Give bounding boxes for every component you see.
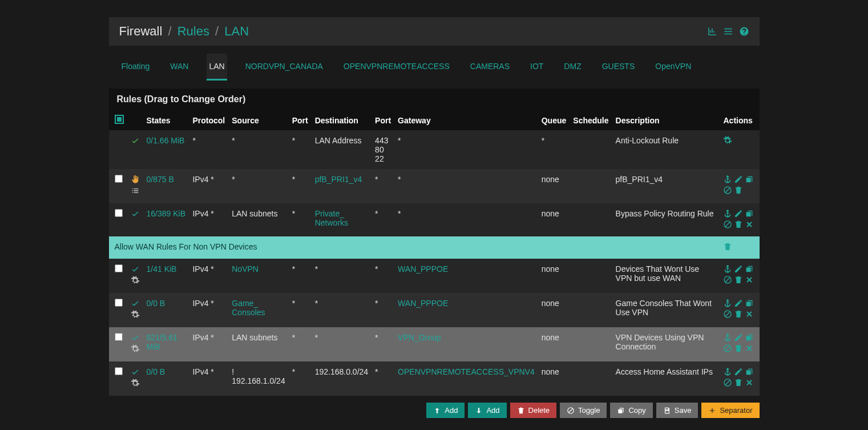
gateway-link[interactable]: WAN_PPPOE: [398, 299, 448, 308]
gateway-link[interactable]: WAN_PPPOE: [398, 264, 448, 274]
gateway-link[interactable]: VPN_Group: [398, 333, 441, 342]
delete-icon[interactable]: [723, 242, 732, 251]
disable-icon[interactable]: [723, 310, 732, 319]
row-checkbox[interactable]: [115, 264, 123, 272]
ban-icon: [567, 407, 575, 415]
delete-icon[interactable]: [734, 220, 743, 229]
help-icon[interactable]: [739, 26, 749, 37]
row-checkbox[interactable]: [115, 175, 123, 183]
rule-description: Devices That Wont Use VPN but use WAN: [612, 259, 720, 293]
copy-icon[interactable]: [745, 299, 754, 308]
close-icon[interactable]: [745, 378, 754, 387]
delete-icon[interactable]: [734, 186, 743, 195]
select-all-checkbox[interactable]: [115, 115, 124, 124]
disable-icon[interactable]: [723, 378, 732, 387]
gateway-link[interactable]: OPENVPNREMOTEACCESS_VPNV4: [398, 367, 535, 376]
table-row[interactable]: 0/0 BIPv4 *Game_Consoles***WAN_PPPOEnone…: [109, 293, 760, 327]
edit-icon[interactable]: [734, 209, 743, 218]
delete-button[interactable]: Delete: [510, 403, 557, 418]
tab-openvpnremoteaccess[interactable]: OPENVPNREMOTEACCESS: [341, 54, 452, 81]
states-link[interactable]: 0/1.66 MiB: [147, 136, 185, 145]
copy-icon[interactable]: [745, 175, 754, 184]
copy-icon[interactable]: [745, 264, 754, 274]
table-row[interactable]: 1/41 KiBIPv4 *NoVPN***WAN_PPPOEnoneDevic…: [109, 259, 760, 293]
copy-icon[interactable]: [745, 367, 754, 376]
row-checkbox[interactable]: [115, 209, 123, 217]
add-bottom-button[interactable]: Add: [468, 403, 506, 418]
table-row[interactable]: 921/5.61 MiBIPv4 *LAN subnets***VPN_Grou…: [109, 327, 760, 361]
edit-icon[interactable]: [734, 264, 743, 274]
dest-link[interactable]: pfB_PRI1_v4: [315, 175, 362, 184]
states-link[interactable]: 1/41 KiB: [147, 264, 177, 274]
interface-tabs: FloatingWANLANNORDVPN_CANADAOPENVPNREMOT…: [109, 54, 760, 81]
add-top-button[interactable]: Add: [426, 403, 465, 418]
disable-icon[interactable]: [723, 275, 732, 284]
row-checkbox[interactable]: [115, 367, 123, 375]
dest-link[interactable]: Private_Networks: [315, 209, 348, 227]
tab-lan[interactable]: LAN: [207, 54, 227, 81]
source-link[interactable]: NoVPN: [232, 264, 259, 274]
stats-icon[interactable]: [707, 26, 717, 37]
tab-cameras[interactable]: CAMERAS: [468, 54, 512, 81]
row-actions: [720, 361, 759, 396]
delete-icon[interactable]: [734, 344, 743, 353]
arrow-up-icon: [433, 407, 441, 415]
separator-button[interactable]: Separator: [701, 403, 759, 418]
tab-iot[interactable]: IOT: [528, 54, 546, 81]
states-link[interactable]: 0/875 B: [147, 175, 174, 184]
tab-wan[interactable]: WAN: [168, 54, 191, 81]
table-row[interactable]: 0/0 BIPv4 *!192.168.1.0/24*192.168.0.0/2…: [109, 361, 760, 396]
edit-icon[interactable]: [734, 299, 743, 308]
column-header: Actions: [720, 110, 759, 130]
anchor-icon[interactable]: [723, 333, 732, 342]
copy-icon[interactable]: [745, 209, 754, 218]
edit-icon[interactable]: [734, 175, 743, 184]
tab-openvpn[interactable]: OpenVPN: [653, 54, 693, 81]
edit-icon[interactable]: [734, 333, 743, 342]
table-row[interactable]: 0/1.66 MiB***LAN Address4438022**Anti-Lo…: [109, 130, 760, 169]
delete-icon[interactable]: [734, 378, 743, 387]
table-row[interactable]: 0/875 BIPv4 ***pfB_PRI1_v4**nonepfB_PRI1…: [109, 169, 760, 203]
delete-icon[interactable]: [734, 310, 743, 319]
row-actions: [720, 327, 759, 361]
close-icon[interactable]: [745, 220, 754, 229]
column-header: Description: [612, 110, 720, 130]
source-link[interactable]: Game_Consoles: [232, 299, 265, 317]
delete-icon[interactable]: [734, 275, 743, 284]
copy-icon[interactable]: [745, 333, 754, 342]
close-icon[interactable]: [745, 344, 754, 353]
close-icon[interactable]: [745, 275, 754, 284]
rule-description: Game Consoles That Wont Use VPN: [612, 293, 720, 327]
edit-icon[interactable]: [734, 367, 743, 376]
anchor-icon[interactable]: [723, 209, 732, 218]
disable-icon[interactable]: [723, 220, 732, 229]
trash-icon: [517, 407, 525, 415]
anchor-icon[interactable]: [723, 175, 732, 184]
rule-description: Anti-Lockout Rule: [612, 130, 720, 169]
anchor-icon[interactable]: [723, 299, 732, 308]
states-link[interactable]: 921/5.61 MiB: [147, 333, 178, 351]
close-icon[interactable]: [745, 310, 754, 319]
breadcrumb-lan[interactable]: LAN: [224, 24, 249, 38]
row-checkbox[interactable]: [115, 333, 123, 341]
disable-icon[interactable]: [723, 344, 732, 353]
toggle-button[interactable]: Toggle: [560, 403, 607, 418]
tab-dmz[interactable]: DMZ: [562, 54, 583, 81]
breadcrumb-rules[interactable]: Rules: [177, 24, 209, 38]
copy-button[interactable]: Copy: [610, 403, 652, 418]
tab-nordvpn_canada[interactable]: NORDVPN_CANADA: [243, 54, 325, 81]
tab-guests[interactable]: GUESTS: [600, 54, 637, 81]
anchor-icon[interactable]: [723, 367, 732, 376]
table-row[interactable]: Allow WAN Rules For Non VPN Devices: [109, 236, 760, 259]
copy-icon: [617, 407, 625, 415]
states-link[interactable]: 0/0 B: [147, 299, 165, 308]
disable-icon[interactable]: [723, 186, 732, 195]
save-button[interactable]: Save: [656, 403, 699, 418]
table-row[interactable]: 16/389 KiBIPv4 *LAN subnets*Private_Netw…: [109, 203, 760, 236]
row-checkbox[interactable]: [115, 299, 123, 307]
states-link[interactable]: 0/0 B: [147, 367, 165, 376]
states-link[interactable]: 16/389 KiB: [147, 209, 186, 218]
tab-floating[interactable]: Floating: [119, 54, 152, 81]
log-icon[interactable]: [723, 26, 733, 37]
anchor-icon[interactable]: [723, 264, 732, 274]
